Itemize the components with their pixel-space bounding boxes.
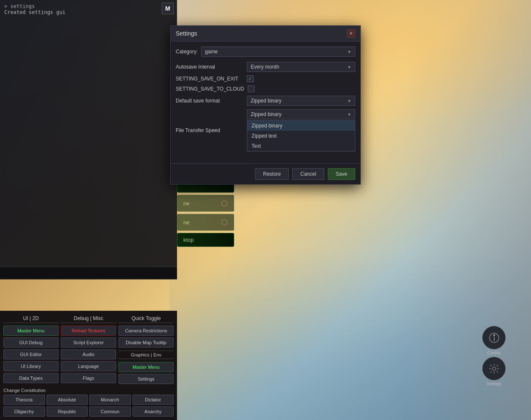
autosave-control: Every month ▼ [247,62,355,72]
save-to-cloud-label: SETTING_SAVE_TO_CLOUD [176,86,244,92]
autosave-label: Autosave Interval [176,64,243,70]
save-button[interactable]: Save [328,168,355,180]
default-save-format-value: Zipped binary [251,98,282,104]
file-transfer-dropdown-list: Zipped binary Zipped text Text [247,120,355,152]
save-on-exit-row: SETTING_SAVE_ON_EXIT [176,75,355,82]
settings-body: Category: game ▼ Autosave Interval Every… [171,41,360,160]
default-save-format-control: Zipped binary ▼ [247,96,355,106]
save-on-exit-control [247,75,355,82]
autosave-value: Every month [251,64,279,70]
file-transfer-control: Zipped binary ▼ Zipped binary Zipped tex… [247,109,355,152]
save-to-cloud-row: SETTING_SAVE_TO_CLOUD [176,86,355,92]
settings-titlebar: Settings × [171,26,360,41]
settings-dialog: Settings × Category: game ▼ Autosave Int… [170,25,361,185]
category-value: game [205,49,218,55]
category-row: Category: game ▼ [176,47,355,57]
category-label: Category: [176,49,198,55]
category-dropdown-arrow: ▼ [347,50,351,54]
save-on-exit-label: SETTING_SAVE_ON_EXIT [176,76,243,82]
default-save-format-dropdown[interactable]: Zipped binary ▼ [247,96,355,106]
file-transfer-row: File Transfer Speed Zipped binary ▼ Zipp… [176,109,355,152]
default-save-format-label: Default save format [176,98,243,104]
settings-dialog-title: Settings [176,30,197,37]
file-transfer-dropdown-arrow: ▼ [347,112,351,117]
save-on-exit-checkbox[interactable] [247,75,254,82]
option-text[interactable]: Text [247,141,355,151]
option-zipped-binary[interactable]: Zipped binary [247,121,355,131]
close-button[interactable]: × [347,29,355,38]
settings-overlay: Settings × Category: game ▼ Autosave Int… [0,0,531,420]
file-transfer-value: Zipped binary [251,111,282,117]
cancel-button[interactable]: Cancel [292,168,324,180]
settings-footer: Restore Cancel Save [171,163,360,184]
autosave-dropdown[interactable]: Every month ▼ [247,62,355,72]
option-zipped-text[interactable]: Zipped text [247,131,355,141]
category-select[interactable]: game ▼ [201,47,355,57]
save-to-cloud-checkbox[interactable] [248,86,254,92]
save-to-cloud-control [248,86,355,92]
default-save-format-arrow: ▼ [347,99,351,103]
autosave-dropdown-arrow: ▼ [347,65,351,69]
default-save-format-row: Default save format Zipped binary ▼ [176,96,355,106]
file-transfer-label: File Transfer Speed [176,127,243,133]
restore-button[interactable]: Restore [255,168,289,180]
autosave-row: Autosave Interval Every month ▼ [176,62,355,72]
file-transfer-dropdown[interactable]: Zipped binary ▼ [247,109,355,119]
